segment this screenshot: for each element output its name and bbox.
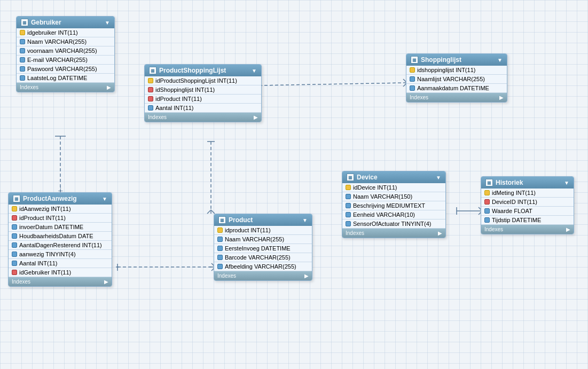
field-pa-5: AantalDagenResterend INT(11)	[9, 241, 112, 250]
field-icon-product-2	[217, 237, 223, 242]
field-device-2: Naam VARCHAR(150)	[342, 192, 445, 201]
field-psl-1: idProductShoppingLijst INT(11)	[145, 76, 261, 85]
table-device: ▦ Device ▼ idDevice INT(11) Naam VARCHAR…	[342, 171, 446, 238]
fk-icon-pa-2	[12, 215, 17, 221]
field-sl-2: Naamlijst VARCHAR(255)	[406, 75, 507, 84]
field-icon-6	[20, 75, 25, 81]
pk-icon-product	[217, 227, 223, 233]
field-product-5: Afbeelding VARCHAR(255)	[214, 262, 312, 271]
field-pa-8: idGebruiker INT(11)	[9, 268, 112, 277]
table-header-psl[interactable]: ▦ ProductShoppingLijst ▼	[145, 65, 261, 76]
field-pa-2: idProduct INT(11)	[9, 214, 112, 223]
field-icon-pa-7	[12, 261, 17, 266]
table-historiek: ▦ Historiek ▼ idMeting INT(11) DeviceID …	[481, 176, 574, 234]
table-header-sl[interactable]: ▦ Shoppinglijst ▼	[406, 54, 507, 66]
table-title-pa: ProductAanwezig	[23, 195, 77, 202]
pk-icon-pa	[12, 206, 17, 211]
field-gebruiker-6: LaatsteLog DATETIME	[17, 74, 114, 83]
indexes-arrow-product: ▶	[304, 273, 309, 279]
table-title-gebruiker: Gebruiker	[31, 19, 61, 26]
field-icon-pa-5	[12, 242, 17, 248]
field-historiek-4: Tijdstip DATETIME	[481, 216, 574, 225]
field-sl-1: idshoppinglijst INT(11)	[406, 66, 507, 75]
dropdown-arrow-sl[interactable]: ▼	[497, 57, 503, 63]
indexes-arrow-historiek: ▶	[566, 226, 570, 232]
pk-icon-psl	[148, 78, 153, 83]
indexes-arrow-device: ▶	[438, 230, 442, 236]
field-device-4: Eenheid VARCHAR(10)	[342, 210, 445, 219]
field-historiek-2: DeviceID INT(11)	[481, 198, 574, 207]
svg-line-3	[259, 83, 406, 85]
pk-icon-historiek	[484, 190, 490, 195]
field-product-3: EersteInvoeg DATETIME	[214, 244, 312, 253]
table-title-psl: ProductShoppingLijst	[159, 67, 226, 74]
table-header-historiek[interactable]: ▦ Historiek ▼	[481, 177, 574, 189]
table-gebruiker: ▦ Gebruiker ▼ idgebruiker INT(11) Naam V…	[16, 16, 115, 92]
field-icon-pa-3	[12, 224, 17, 230]
table-title-device: Device	[357, 174, 378, 181]
field-gebruiker-1: idgebruiker INT(11)	[17, 28, 114, 37]
table-icon-historiek: ▦	[485, 179, 493, 186]
fk-icon-psl-2	[148, 87, 153, 92]
table-product: ▦ Product ▼ idproduct INT(11) Naam VARCH…	[214, 214, 312, 281]
table-header-pa[interactable]: ▦ ProductAanwezig ▼	[9, 193, 112, 205]
field-psl-4: Aantal INT(11)	[145, 104, 261, 113]
dropdown-arrow-gebruiker[interactable]: ▼	[105, 20, 110, 26]
dropdown-arrow-psl[interactable]: ▼	[252, 68, 257, 74]
indexes-product[interactable]: Indexes ▶	[214, 271, 312, 280]
field-historiek-1: idMeting INT(11)	[481, 189, 574, 198]
field-psl-2: idShoppinglijst INT(11)	[145, 85, 261, 95]
table-icon-product: ▦	[218, 216, 226, 224]
fk-icon-psl-3	[148, 96, 153, 101]
table-productaanwezig: ▦ ProductAanwezig ▼ idAanwezig INT(11) i…	[8, 192, 112, 287]
fk-icon-pa-8	[12, 270, 17, 275]
field-pa-1: idAanwezig INT(11)	[9, 205, 112, 214]
table-title-product: Product	[229, 216, 253, 224]
field-icon-5	[20, 66, 25, 72]
field-gebruiker-5: Paswoord VARCHAR(255)	[17, 65, 114, 74]
dropdown-arrow-historiek[interactable]: ▼	[564, 180, 569, 186]
field-icon-device-3	[346, 203, 351, 208]
field-icon-3	[20, 48, 25, 53]
table-header-product[interactable]: ▦ Product ▼	[214, 214, 312, 226]
svg-text:⊥: ⊥	[58, 185, 63, 193]
indexes-sl[interactable]: Indexes ▶	[406, 93, 507, 102]
table-title-sl: Shoppinglijst	[421, 56, 461, 64]
field-pa-6: aanwezig TINYINT(4)	[9, 250, 112, 259]
table-productshoppinglijst: ▦ ProductShoppingLijst ▼ idProductShoppi…	[144, 64, 262, 122]
table-header-device[interactable]: ▦ Device ▼	[342, 171, 445, 183]
dropdown-arrow-pa[interactable]: ▼	[102, 196, 107, 202]
field-icon-product-5	[217, 264, 223, 269]
field-gebruiker-3: voornaam VARCHAR(255)	[17, 46, 114, 56]
dropdown-arrow-device[interactable]: ▼	[436, 175, 441, 180]
indexes-historiek[interactable]: Indexes ▶	[481, 225, 574, 234]
table-header-gebruiker[interactable]: ▦ Gebruiker ▼	[17, 17, 114, 28]
table-icon-gebruiker: ▦	[21, 19, 28, 26]
indexes-pa[interactable]: Indexes ▶	[9, 277, 112, 286]
table-icon-psl: ▦	[149, 67, 156, 74]
field-pa-3: invoerDatum DATETIME	[9, 223, 112, 232]
indexes-gebruiker[interactable]: Indexes ▶	[17, 83, 114, 92]
field-product-1: idproduct INT(11)	[214, 226, 312, 235]
field-icon-historiek-3	[484, 208, 490, 214]
pk-icon-device	[346, 185, 351, 190]
indexes-psl[interactable]: Indexes ▶	[145, 113, 261, 122]
field-icon-sl-3	[410, 85, 415, 91]
field-sl-3: Aanmaakdatum DATETIME	[406, 84, 507, 93]
field-gebruiker-4: E-mail VARCHAR(255)	[17, 56, 114, 65]
indexes-arrow-gebruiker: ▶	[107, 84, 111, 90]
pk-icon-sl	[410, 67, 415, 73]
field-icon-device-2	[346, 194, 351, 199]
field-psl-3: idProduct INT(11)	[145, 95, 261, 104]
indexes-device[interactable]: Indexes ▶	[342, 229, 445, 238]
field-icon-historiek-4	[484, 217, 490, 223]
field-icon-device-5	[346, 221, 351, 226]
field-icon-4	[20, 57, 25, 62]
field-pa-7: Aantal INT(11)	[9, 259, 112, 268]
field-pa-4: HoudbaarheidsDatum DATE	[9, 232, 112, 241]
field-device-1: idDevice INT(11)	[342, 183, 445, 192]
field-icon-2	[20, 39, 25, 44]
dropdown-arrow-product[interactable]: ▼	[302, 217, 308, 223]
svg-line-9	[207, 210, 211, 214]
table-title-historiek: Historiek	[496, 179, 523, 186]
